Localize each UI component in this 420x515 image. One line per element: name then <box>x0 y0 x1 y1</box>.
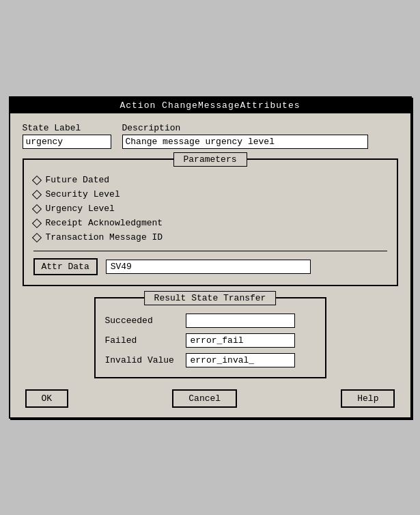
param-item-security-level: Security Level <box>33 189 387 199</box>
param-item-future-dated: Future Dated <box>33 175 387 185</box>
param-label-security-level: Security Level <box>46 189 120 199</box>
parameters-box: Parameters Future Dated Security Level U… <box>23 158 398 286</box>
main-window: Action ChangeMessageAttributes State Lab… <box>9 96 412 419</box>
result-state-legend: Result State Transfer <box>144 291 277 305</box>
result-state-box: Result State Transfer Succeeded Failed I… <box>94 297 326 378</box>
param-label-urgency-level: Urgency Level <box>46 204 115 214</box>
cancel-button[interactable]: Cancel <box>172 389 237 408</box>
result-label-invalid-value: Invalid Value <box>105 355 180 365</box>
diamond-icon-receipt-acknowledgment <box>31 218 41 227</box>
param-item-urgency-level: Urgency Level <box>33 204 387 214</box>
result-label-succeeded: Succeeded <box>105 316 180 326</box>
description-label: Description <box>122 123 368 133</box>
result-input-failed[interactable] <box>186 333 295 348</box>
result-row-invalid-value: Invalid Value <box>105 353 316 367</box>
params-divider <box>33 251 387 251</box>
parameters-legend: Parameters <box>173 152 247 167</box>
result-input-invalid-value[interactable] <box>186 353 295 367</box>
title-bar: Action ChangeMessageAttributes <box>10 98 410 113</box>
window-title: Action ChangeMessageAttributes <box>120 100 300 111</box>
state-label-input[interactable] <box>23 135 111 149</box>
param-item-transaction-message-id: Transaction Message ID <box>33 232 387 242</box>
param-item-receipt-acknowledgment: Receipt Acknowledgment <box>33 218 387 228</box>
attr-value-input[interactable] <box>106 260 311 274</box>
top-fields: State Label Description <box>23 123 398 149</box>
help-button[interactable]: Help <box>341 389 395 408</box>
state-label-group: State Label <box>23 123 111 149</box>
description-input[interactable] <box>122 135 368 149</box>
ok-button[interactable]: OK <box>25 389 69 408</box>
params-list: Future Dated Security Level Urgency Leve… <box>33 175 387 242</box>
attr-row: Attr Data <box>33 258 387 275</box>
result-input-succeeded[interactable] <box>186 314 295 328</box>
diamond-icon-future-dated <box>31 175 41 184</box>
attr-data-button[interactable]: Attr Data <box>33 258 98 275</box>
result-row-failed: Failed <box>105 333 316 348</box>
param-label-future-dated: Future Dated <box>46 175 110 185</box>
diamond-icon-urgency-level <box>31 204 41 213</box>
result-label-failed: Failed <box>105 335 180 346</box>
description-group: Description <box>122 123 368 149</box>
param-label-transaction-message-id: Transaction Message ID <box>46 232 163 242</box>
result-row-succeeded: Succeeded <box>105 314 316 328</box>
state-label-label: State Label <box>23 123 111 133</box>
diamond-icon-transaction-message-id <box>31 232 41 242</box>
diamond-icon-security-level <box>31 189 41 199</box>
result-fields: Succeeded Failed Invalid Value <box>105 314 316 367</box>
param-label-receipt-acknowledgment: Receipt Acknowledgment <box>46 218 163 228</box>
bottom-buttons: OK Cancel Help <box>23 389 398 408</box>
